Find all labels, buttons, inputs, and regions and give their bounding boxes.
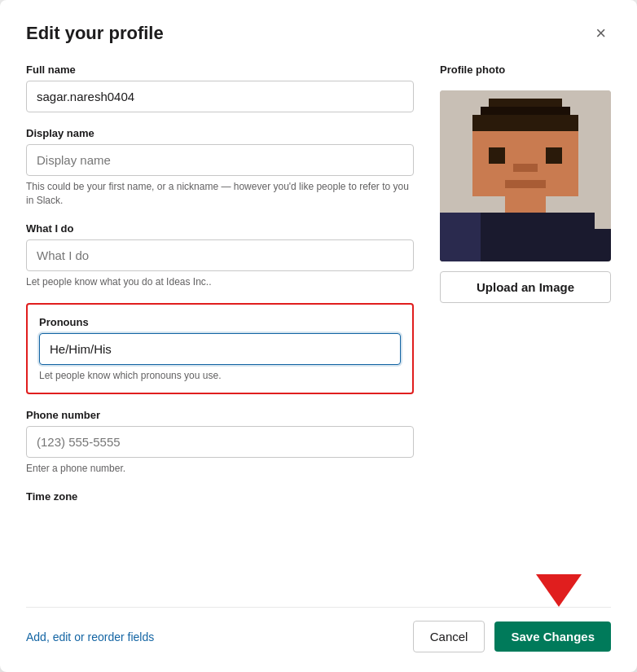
time-zone-label: Time zone <box>26 490 414 503</box>
pronouns-input[interactable] <box>39 333 401 365</box>
upload-image-button[interactable]: Upload an Image <box>440 271 611 303</box>
phone-number-input[interactable] <box>26 426 414 458</box>
modal-header: Edit your profile × <box>26 23 611 44</box>
svg-rect-8 <box>505 180 546 188</box>
display-name-input[interactable] <box>26 144 414 176</box>
svg-rect-6 <box>546 147 562 164</box>
display-name-hint: This could be your first name, or a nick… <box>26 180 414 208</box>
phone-number-label: Phone number <box>26 409 414 421</box>
svg-rect-3 <box>472 115 578 131</box>
display-name-field-group: Display name This could be your first na… <box>26 127 414 208</box>
time-zone-field-group: Time zone <box>26 490 414 507</box>
pronouns-section: Pronouns Let people know which pronouns … <box>26 303 414 394</box>
full-name-input[interactable] <box>26 81 414 112</box>
what-i-do-field-group: What I do Let people know what you do at… <box>26 222 414 289</box>
right-column: Profile photo <box>440 64 611 581</box>
phone-number-field-group: Phone number Enter a phone number. <box>26 409 414 476</box>
modal-title: Edit your profile <box>26 23 164 44</box>
cancel-button[interactable]: Cancel <box>413 621 485 652</box>
phone-number-hint: Enter a phone number. <box>26 462 414 476</box>
svg-rect-12 <box>440 213 481 261</box>
left-column: Full name Display name This could be you… <box>26 64 414 581</box>
svg-rect-7 <box>513 164 538 172</box>
pronouns-hint: Let people know which pronouns you use. <box>39 369 401 383</box>
profile-photo-label: Profile photo <box>440 64 505 76</box>
save-changes-button[interactable]: Save Changes <box>494 621 611 652</box>
svg-rect-9 <box>505 196 546 213</box>
what-i-do-label: What I do <box>26 222 414 235</box>
edit-profile-modal: Edit your profile × Full name Display na… <box>0 0 637 672</box>
modal-footer: Add, edit or reorder fields Cancel Save … <box>26 607 611 652</box>
svg-rect-5 <box>489 147 505 164</box>
what-i-do-hint: Let people know what you do at Ideas Inc… <box>26 275 414 289</box>
avatar-svg <box>440 90 611 261</box>
full-name-field-group: Full name <box>26 64 414 112</box>
display-name-label: Display name <box>26 127 414 139</box>
arrow-indicator <box>536 574 582 607</box>
modal-body: Full name Display name This could be you… <box>26 64 611 581</box>
pronouns-label: Pronouns <box>39 316 401 328</box>
what-i-do-input[interactable] <box>26 239 414 271</box>
footer-buttons: Cancel Save Changes <box>413 621 611 652</box>
full-name-label: Full name <box>26 64 414 76</box>
close-button[interactable]: × <box>591 23 611 44</box>
add-fields-link[interactable]: Add, edit or reorder fields <box>26 630 154 643</box>
profile-photo-image <box>440 90 611 261</box>
